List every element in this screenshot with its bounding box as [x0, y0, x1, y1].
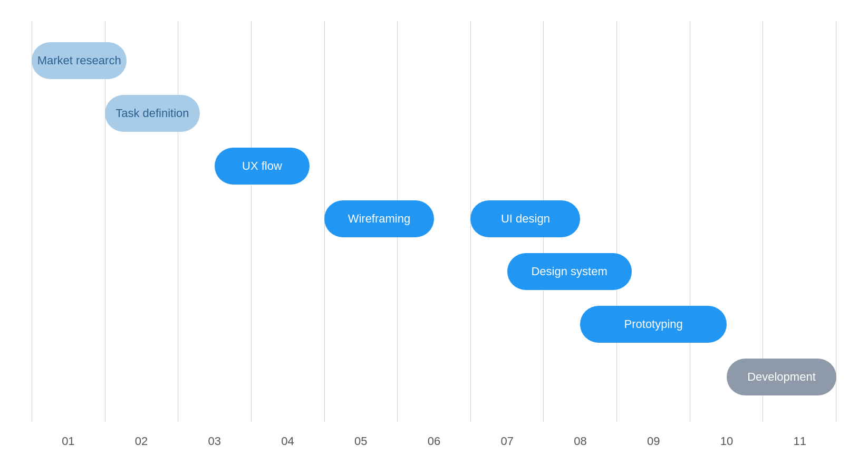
month-label-09: 09 [617, 434, 690, 448]
month-label-10: 10 [690, 434, 764, 448]
month-label-11: 11 [763, 434, 836, 448]
gantt-bar-market-research[interactable]: Market research [32, 42, 127, 79]
gantt-bar-ui-design[interactable]: UI design [470, 200, 580, 237]
gantt-bar-wireframing[interactable]: Wireframing [324, 200, 434, 237]
gantt-bar-prototyping[interactable]: Prototyping [580, 306, 726, 343]
month-label-04: 04 [251, 434, 324, 448]
gantt-bar-task-definition[interactable]: Task definition [105, 95, 200, 132]
month-label-07: 07 [470, 434, 544, 448]
month-label-02: 02 [105, 434, 178, 448]
gantt-chart: Market researchTask definitionUX flowWir… [0, 0, 868, 464]
month-label-03: 03 [178, 434, 251, 448]
month-label-05: 05 [324, 434, 398, 448]
gantt-bar-design-system[interactable]: Design system [507, 253, 632, 290]
month-label-01: 01 [32, 434, 105, 448]
bars-area: Market researchTask definitionUX flowWir… [32, 21, 836, 422]
gantt-bar-development[interactable]: Development [727, 359, 836, 395]
month-labels: 0102030405060708091011 [32, 434, 836, 448]
month-label-08: 08 [544, 434, 617, 448]
gantt-bar-ux-flow[interactable]: UX flow [215, 148, 310, 185]
month-label-06: 06 [398, 434, 471, 448]
